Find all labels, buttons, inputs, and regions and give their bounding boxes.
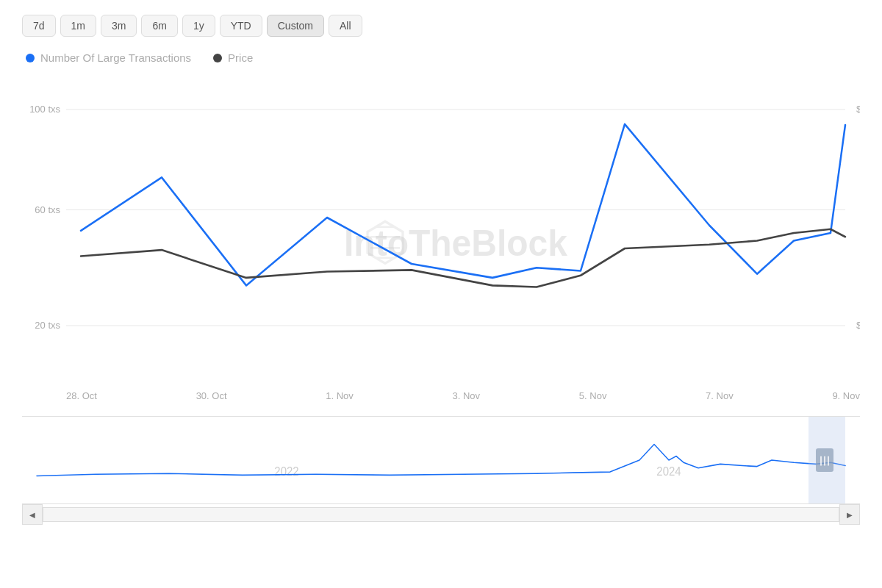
filter-6m[interactable]: 6m	[141, 15, 177, 37]
legend-dot-dark	[213, 54, 222, 62]
main-container: 7d 1m 3m 6m 1y YTD Custom All Number Of …	[0, 0, 882, 588]
legend-dot-blue	[26, 54, 35, 62]
scroll-left-btn[interactable]: ◀	[22, 504, 43, 525]
left-arrow-icon: ◀	[29, 511, 35, 519]
filter-1m[interactable]: 1m	[60, 15, 96, 37]
x-label-2: 1. Nov	[326, 390, 354, 401]
filter-1y[interactable]: 1y	[182, 15, 215, 37]
scroll-bar[interactable]	[43, 507, 839, 522]
mini-chart-svg: 2022 2024	[22, 417, 860, 503]
x-label-6: 9. Nov	[832, 390, 860, 401]
x-label-1: 30. Oct	[196, 390, 227, 401]
svg-text:2024: 2024	[656, 465, 681, 478]
svg-text:60 txs: 60 txs	[35, 204, 60, 215]
svg-text:20 txs: 20 txs	[35, 320, 60, 331]
legend-price: Price	[213, 51, 253, 64]
filter-ytd[interactable]: YTD	[220, 15, 262, 37]
filter-custom[interactable]: Custom	[267, 15, 324, 37]
x-label-4: 5. Nov	[579, 390, 607, 401]
svg-text:2022: 2022	[274, 465, 298, 478]
legend-large-tx: Number Of Large Transactions	[26, 51, 191, 64]
scroll-controls: ◀ ▶	[22, 504, 860, 525]
svg-text:$2.00: $2.00	[856, 104, 860, 115]
svg-text:$1.00: $1.00	[856, 320, 860, 331]
legend-label-large-tx: Number Of Large Transactions	[40, 51, 191, 64]
x-label-0: 28. Oct	[66, 390, 97, 401]
right-arrow-icon: ▶	[847, 511, 853, 519]
legend-label-price: Price	[228, 51, 253, 64]
svg-text:100 txs: 100 txs	[29, 104, 60, 115]
x-label-3: 3. Nov	[453, 390, 481, 401]
x-label-5: 7. Nov	[706, 390, 734, 401]
main-chart: 100 txs 60 txs 20 txs $2.00 $1.00 IntoTh…	[22, 79, 860, 387]
filter-3m[interactable]: 3m	[101, 15, 137, 37]
time-filter-group: 7d 1m 3m 6m 1y YTD Custom All	[22, 15, 860, 37]
filter-7d[interactable]: 7d	[22, 15, 56, 37]
x-axis: 28. Oct 30. Oct 1. Nov 3. Nov 5. Nov 7. …	[22, 390, 860, 401]
chart-svg: 100 txs 60 txs 20 txs $2.00 $1.00 IntoTh…	[22, 79, 860, 387]
filter-all[interactable]: All	[329, 15, 362, 37]
scroll-right-btn[interactable]: ▶	[839, 504, 860, 525]
chart-legend: Number Of Large Transactions Price	[22, 51, 860, 64]
mini-chart: 2022 2024	[22, 416, 860, 504]
